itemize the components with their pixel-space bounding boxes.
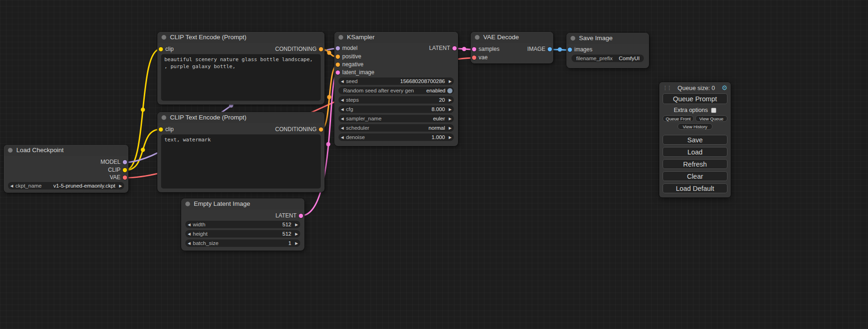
node-header[interactable]: Save Image (566, 33, 649, 44)
queue-prompt-button[interactable]: Queue Prompt (663, 93, 727, 104)
queue-front-button[interactable]: Queue Front (663, 115, 694, 122)
widget-batch-size[interactable]: ◀ batch_size 1 ▶ (185, 239, 300, 247)
widget-scheduler[interactable]: ◀ scheduler normal ▶ (339, 124, 454, 132)
collapse-dot-icon[interactable] (571, 36, 575, 41)
input-port-positive[interactable] (336, 55, 340, 59)
output-slot-image[interactable]: IMAGE (527, 46, 553, 53)
increment-arrow-icon[interactable]: ▶ (293, 223, 300, 227)
output-slot-vae[interactable]: VAE (110, 174, 128, 181)
input-slot-negative[interactable]: negative (334, 61, 363, 68)
widget-cfg[interactable]: ◀ cfg 8.000 ▶ (339, 105, 454, 113)
load-default-button[interactable]: Load Default (663, 183, 727, 193)
input-port-clip[interactable] (159, 127, 163, 132)
input-port-latent-image[interactable] (336, 70, 340, 75)
negative-prompt-textarea[interactable]: text, watermark (161, 134, 321, 189)
output-port-latent[interactable] (299, 214, 303, 218)
decrement-arrow-icon[interactable]: ◀ (339, 135, 346, 140)
collapse-dot-icon[interactable] (162, 35, 166, 40)
clear-button[interactable]: Clear (663, 171, 727, 181)
increment-arrow-icon[interactable]: ▶ (446, 79, 454, 84)
node-header[interactable]: CLIP Text Encode (Prompt) (157, 32, 325, 43)
output-port-vae[interactable] (123, 175, 127, 180)
node-clip-text-encode-positive[interactable]: CLIP Text Encode (Prompt) clip CONDITION… (157, 32, 325, 105)
input-port-vae[interactable] (472, 56, 476, 60)
node-ksampler[interactable]: KSampler model positive negative latent_… (334, 32, 458, 146)
input-slot-samples[interactable]: samples (471, 46, 500, 53)
node-graph-canvas[interactable]: Load Checkpoint MODEL CLIP VAE ◀ ckpt_na… (0, 0, 868, 329)
increment-arrow-icon[interactable]: ▶ (446, 117, 454, 121)
output-slot-latent[interactable]: LATENT (429, 45, 458, 52)
input-slot-clip[interactable]: clip (157, 126, 174, 133)
increment-arrow-icon[interactable]: ▶ (446, 126, 454, 130)
settings-gear-icon[interactable]: ⚙ (721, 84, 727, 91)
load-button[interactable]: Load (663, 147, 727, 157)
queue-panel[interactable]: ⋮⋮ Queue size: 0 ⚙ Queue Prompt Extra op… (659, 82, 731, 197)
extra-options-checkbox[interactable] (711, 108, 716, 113)
widget-denoise[interactable]: ◀ denoise 1.000 ▶ (339, 133, 454, 141)
output-slot-clip[interactable]: CLIP (108, 167, 128, 174)
output-port-conditioning[interactable] (319, 127, 323, 132)
input-port-negative[interactable] (336, 63, 340, 67)
node-header[interactable]: Empty Latent Image (181, 198, 304, 210)
input-port-clip[interactable] (159, 47, 163, 51)
output-slot-model[interactable]: MODEL (100, 159, 128, 166)
increment-arrow-icon[interactable]: ▶ (446, 135, 454, 140)
output-port-image[interactable] (548, 47, 552, 51)
collapse-dot-icon[interactable] (475, 35, 480, 40)
decrement-arrow-icon[interactable]: ◀ (185, 232, 193, 236)
refresh-button[interactable]: Refresh (663, 159, 727, 169)
node-header[interactable]: CLIP Text Encode (Prompt) (157, 112, 325, 123)
output-port-clip[interactable] (123, 168, 127, 172)
input-port-model[interactable] (336, 46, 340, 50)
positive-prompt-textarea[interactable]: beautiful scenery nature glass bottle la… (161, 54, 321, 101)
decrement-arrow-icon[interactable]: ◀ (339, 107, 346, 112)
decrement-arrow-icon[interactable]: ◀ (185, 223, 193, 227)
decrement-arrow-icon[interactable]: ◀ (339, 126, 346, 130)
collapse-dot-icon[interactable] (8, 148, 13, 153)
view-history-button[interactable]: View History (677, 123, 713, 130)
widget-height[interactable]: ◀ height 512 ▶ (185, 230, 300, 238)
save-button[interactable]: Save (663, 135, 727, 145)
input-slot-clip[interactable]: clip (157, 46, 174, 53)
output-port-latent[interactable] (452, 46, 457, 50)
widget-seed[interactable]: ◀ seed 156680208700286 ▶ (339, 77, 454, 85)
output-slot-latent[interactable]: LATENT (275, 212, 304, 219)
input-slot-positive[interactable]: positive (334, 53, 361, 60)
increment-arrow-icon[interactable]: ▶ (293, 241, 300, 245)
input-slot-images[interactable]: images (566, 46, 593, 53)
node-vae-decode[interactable]: VAE Decode samples vae IMAGE (471, 32, 553, 63)
decrement-arrow-icon[interactable]: ◀ (339, 98, 346, 102)
increment-arrow-icon[interactable]: ▶ (293, 232, 300, 236)
increment-arrow-icon[interactable]: ▶ (446, 98, 454, 102)
widget-ckpt-name[interactable]: ◀ ckpt_name v1-5-pruned-emaonly.ckpt ▶ (8, 182, 124, 189)
widget-width[interactable]: ◀ width 512 ▶ (185, 221, 300, 228)
decrement-arrow-icon[interactable]: ◀ (339, 117, 346, 121)
node-load-checkpoint[interactable]: Load Checkpoint MODEL CLIP VAE ◀ ckpt_na… (4, 145, 128, 193)
output-slot-conditioning[interactable]: CONDITIONING (275, 126, 325, 133)
collapse-dot-icon[interactable] (162, 115, 166, 120)
decrement-arrow-icon[interactable]: ◀ (8, 184, 15, 188)
input-port-images[interactable] (568, 48, 572, 52)
collapse-dot-icon[interactable] (185, 202, 190, 206)
node-empty-latent-image[interactable]: Empty Latent Image LATENT ◀ width 512 ▶ … (181, 198, 304, 251)
decrement-arrow-icon[interactable]: ◀ (339, 79, 346, 84)
toggle-knob[interactable] (447, 88, 452, 93)
collapse-dot-icon[interactable] (339, 35, 343, 40)
node-save-image[interactable]: Save Image images filename_prefix ComfyU… (566, 33, 649, 68)
node-clip-text-encode-negative[interactable]: CLIP Text Encode (Prompt) clip CONDITION… (157, 112, 325, 192)
increment-arrow-icon[interactable]: ▶ (446, 107, 454, 112)
node-header[interactable]: KSampler (334, 32, 458, 43)
output-port-conditioning[interactable] (319, 47, 323, 51)
output-slot-conditioning[interactable]: CONDITIONING (275, 46, 325, 53)
input-slot-vae[interactable]: vae (471, 54, 487, 61)
node-header[interactable]: Load Checkpoint (4, 145, 128, 156)
increment-arrow-icon[interactable]: ▶ (117, 184, 124, 188)
input-slot-model[interactable]: model (334, 45, 358, 52)
decrement-arrow-icon[interactable]: ◀ (185, 241, 193, 245)
view-queue-button[interactable]: View Queue (695, 115, 727, 122)
input-slot-latent-image[interactable]: latent_image (334, 69, 374, 76)
drag-handle-icon[interactable]: ⋮⋮ (663, 85, 671, 91)
widget-steps[interactable]: ◀ steps 20 ▶ (339, 96, 454, 104)
widget-random-seed-toggle[interactable]: Random seed after every gen enabled (339, 87, 454, 94)
widget-filename-prefix[interactable]: filename_prefix ComfyUI (572, 55, 644, 62)
